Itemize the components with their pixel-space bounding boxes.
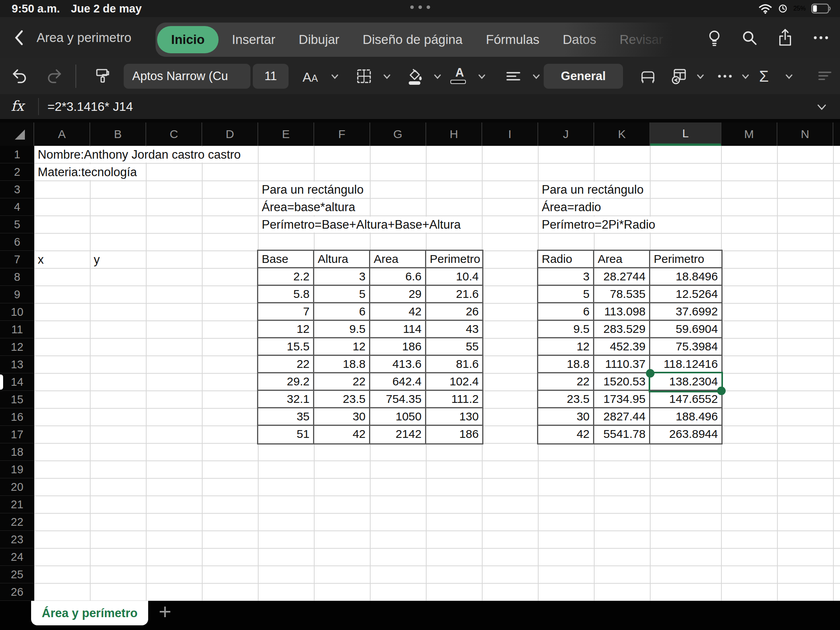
column-header-i[interactable]: I <box>482 122 538 146</box>
font-color-chevron[interactable] <box>477 72 487 82</box>
font-format-button[interactable]: AA <box>303 68 321 87</box>
row-header-1[interactable]: 1 <box>0 146 34 163</box>
column-header-d[interactable]: D <box>202 122 258 146</box>
row-header-4[interactable]: 4 <box>0 198 34 216</box>
cell-j9[interactable]: 5 <box>538 286 594 303</box>
sheet-tab[interactable]: Área y perímetro <box>31 601 148 625</box>
column-header-a[interactable]: A <box>34 122 90 146</box>
add-sheet-button[interactable]: + <box>159 599 172 624</box>
select-all-button[interactable] <box>0 122 34 146</box>
cell-e4[interactable]: Área=base*altura <box>259 199 357 215</box>
cell-e5[interactable]: Perímetro=Base+Altura+Base+Altura <box>259 217 463 233</box>
cell-e9[interactable]: 5.8 <box>258 286 314 303</box>
cell-f13[interactable]: 18.8 <box>314 356 370 373</box>
cell-g9[interactable]: 29 <box>370 286 426 303</box>
ribbon-tab-diseno-de-pagina[interactable]: Diseño de página <box>351 23 474 57</box>
cell-h13[interactable]: 81.6 <box>426 356 482 373</box>
font-color-button[interactable]: A <box>450 67 469 86</box>
cell-j14[interactable]: 22 <box>538 373 594 391</box>
autosum-chevron[interactable] <box>784 72 794 82</box>
row-header-8[interactable]: 8 <box>0 268 34 286</box>
cell-l11[interactable]: 59.6904 <box>650 321 721 338</box>
cell-g14[interactable]: 642.4 <box>370 373 426 391</box>
row-header-3[interactable]: 3 <box>0 181 34 198</box>
font-size-select[interactable]: 11 <box>253 64 289 89</box>
cell-a1[interactable]: Nombre:Anthony Jordan castro castro <box>35 147 243 163</box>
cell-h15[interactable]: 111.2 <box>426 391 482 408</box>
cell-h9[interactable]: 21.6 <box>426 286 482 303</box>
cell-l10[interactable]: 37.6992 <box>650 303 721 321</box>
cell-f11[interactable]: 9.5 <box>314 321 370 338</box>
autosum-button[interactable]: Σ <box>759 67 778 86</box>
sort-filter-button[interactable] <box>815 67 834 86</box>
cell-h7[interactable]: Perimetro <box>426 251 482 268</box>
formula-input[interactable]: =2*3.1416* J14 <box>47 94 133 119</box>
cell-h16[interactable]: 130 <box>426 408 482 426</box>
font-name-select[interactable]: Aptos Narrow (Cu <box>124 64 250 89</box>
cell-g12[interactable]: 186 <box>370 338 426 356</box>
cell-g15[interactable]: 754.35 <box>370 391 426 408</box>
cell-j16[interactable]: 30 <box>538 408 594 426</box>
cell-k7[interactable]: Area <box>594 251 650 268</box>
cell-styles-button[interactable] <box>670 67 688 86</box>
cell-f12[interactable]: 12 <box>314 338 370 356</box>
cell-l12[interactable]: 75.3984 <box>650 338 721 356</box>
cell-e15[interactable]: 32.1 <box>258 391 314 408</box>
cell-b7[interactable]: y <box>91 252 102 268</box>
more-button[interactable] <box>811 28 831 47</box>
cell-j8[interactable]: 3 <box>538 268 594 286</box>
row-header-10[interactable]: 10 <box>0 303 34 321</box>
column-header-b[interactable]: B <box>90 122 146 146</box>
row-header-5[interactable]: 5 <box>0 216 34 233</box>
cell-j11[interactable]: 9.5 <box>538 321 594 338</box>
row-header-26[interactable]: 26 <box>0 583 34 601</box>
cell-k12[interactable]: 452.39 <box>594 338 650 356</box>
cell-l17[interactable]: 263.8944 <box>650 426 721 443</box>
cell-e11[interactable]: 12 <box>258 321 314 338</box>
cell-g11[interactable]: 114 <box>370 321 426 338</box>
cell-styles-chevron[interactable] <box>695 72 705 82</box>
format-painter-button[interactable] <box>93 67 111 86</box>
fill-color-chevron[interactable] <box>432 72 443 82</box>
cell-h11[interactable]: 43 <box>426 321 482 338</box>
cell-e7[interactable]: Base <box>258 251 314 268</box>
cell-k14[interactable]: 1520.53 <box>594 373 650 391</box>
back-button[interactable] <box>10 28 30 47</box>
row-header-12[interactable]: 12 <box>0 338 34 356</box>
row-header-21[interactable]: 21 <box>0 496 34 513</box>
cell-a2[interactable]: Materia:tecnología <box>35 164 139 180</box>
cell-j5[interactable]: Perímetro=2Pi*Radio <box>539 217 658 233</box>
cell-e10[interactable]: 7 <box>258 303 314 321</box>
formula-expand-button[interactable] <box>816 101 828 113</box>
row-header-11[interactable]: 11 <box>0 321 34 338</box>
row-header-24[interactable]: 24 <box>0 548 34 566</box>
column-header-f[interactable]: F <box>314 122 370 146</box>
column-header-j[interactable]: J <box>538 122 594 146</box>
row-header-15[interactable]: 15 <box>0 391 34 408</box>
active-cell-selection[interactable] <box>649 372 723 392</box>
cell-e16[interactable]: 35 <box>258 408 314 426</box>
cell-l9[interactable]: 12.5264 <box>650 286 721 303</box>
cell-l7[interactable]: Perimetro <box>650 251 721 268</box>
cell-k15[interactable]: 1734.95 <box>594 391 650 408</box>
cell-j15[interactable]: 23.5 <box>538 391 594 408</box>
column-header-e[interactable]: E <box>258 122 314 146</box>
alignment-chevron[interactable] <box>531 72 541 82</box>
row-header-18[interactable]: 18 <box>0 443 34 461</box>
sheet-grid[interactable]: 1234567891011121314151617181920212223242… <box>0 146 840 601</box>
selection-handle[interactable] <box>646 369 654 378</box>
cell-k11[interactable]: 283.529 <box>594 321 650 338</box>
cell-l8[interactable]: 18.8496 <box>650 268 721 286</box>
cell-f9[interactable]: 5 <box>314 286 370 303</box>
column-header-m[interactable]: M <box>721 122 777 146</box>
ribbon-tab-dibujar[interactable]: Dibujar <box>287 23 351 57</box>
cell-k9[interactable]: 78.535 <box>594 286 650 303</box>
alignment-button[interactable] <box>504 67 523 86</box>
row-header-9[interactable]: 9 <box>0 286 34 303</box>
borders-button[interactable] <box>355 67 373 86</box>
cell-f15[interactable]: 23.5 <box>314 391 370 408</box>
cell-l15[interactable]: 147.6552 <box>650 391 721 408</box>
ribbon-tab-insertar[interactable]: Insertar <box>220 23 287 57</box>
cell-g13[interactable]: 413.6 <box>370 356 426 373</box>
cell-e3[interactable]: Para un rectángulo <box>259 182 366 198</box>
